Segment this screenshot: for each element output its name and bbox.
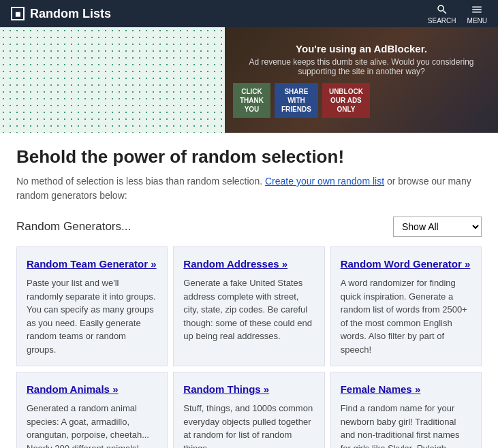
generator-card-5: Female Names »Find a random name for you… [330, 372, 482, 448]
card-title-5[interactable]: Female Names » [341, 382, 421, 396]
ad-btn-unblock[interactable]: UNBLOCKOUR ADSONLY [322, 83, 370, 118]
banner-pattern [0, 27, 225, 133]
logo-icon: ◼ [11, 7, 25, 20]
generator-card-3: Random Animals »Generated a random anima… [16, 372, 168, 448]
banner-area: You're using an AdBlocker. Ad revenue ke… [0, 27, 498, 133]
card-title-3[interactable]: Random Animals » [27, 382, 118, 396]
ad-btn-share[interactable]: SHAREWITHFRIENDS [275, 83, 318, 118]
page-subtitle: No method of selection is less bias than… [16, 174, 482, 203]
site-header: ◼ Random Lists SEARCH MENU [0, 0, 498, 27]
generator-card-4: Random Things »Stuff, things, and 1000s … [173, 372, 324, 448]
banner-ad: You're using an AdBlocker. Ad revenue ke… [225, 27, 498, 133]
card-title-4[interactable]: Random Things » [183, 382, 269, 396]
ad-text: Ad revenue keeps this dumb site alive. W… [233, 57, 490, 76]
card-desc-0: Paste your list and we'll randomly separ… [27, 276, 157, 356]
cards-grid: Random Team Generator »Paste your list a… [16, 246, 482, 448]
menu-button[interactable]: MENU [467, 3, 487, 25]
header-actions: SEARCH MENU [428, 3, 487, 25]
site-logo[interactable]: ◼ Random Lists [11, 7, 111, 21]
subtitle-text: No method of selection is less bias than… [16, 176, 262, 187]
ad-title: You're using an AdBlocker. [233, 43, 490, 54]
ad-btn-thankyou[interactable]: CLICKTHANKYOU [233, 83, 270, 118]
generators-header: Random Generators... Show All Names Word… [16, 217, 482, 237]
card-desc-5: Find a random name for your newborn baby… [341, 402, 471, 448]
card-title-0[interactable]: Random Team Generator » [27, 257, 157, 271]
page-title: Behold the power of random selection! [16, 146, 482, 167]
generator-card-1: Random Addresses »Generate a fake United… [173, 246, 324, 366]
search-label: SEARCH [428, 17, 456, 25]
menu-icon [471, 3, 483, 16]
card-desc-1: Generate a fake United States address co… [183, 276, 314, 343]
logo-text: Random Lists [30, 7, 111, 21]
menu-label: MENU [467, 17, 487, 25]
create-list-link[interactable]: Create your own random list [265, 176, 384, 187]
banner-ad-content: You're using an AdBlocker. Ad revenue ke… [233, 43, 490, 118]
card-title-2[interactable]: Random Word Generator » [341, 257, 471, 271]
generator-card-0: Random Team Generator »Paste your list a… [16, 246, 168, 366]
generators-title: Random Generators... [16, 220, 131, 234]
search-button[interactable]: SEARCH [428, 3, 456, 25]
card-desc-2: A word randomizer for finding quick insp… [341, 276, 471, 356]
filter-select[interactable]: Show All Names Words Places Animals Thin… [393, 217, 482, 237]
card-desc-3: Generated a random animal species: A goa… [27, 402, 157, 448]
ad-buttons: CLICKTHANKYOU SHAREWITHFRIENDS UNBLOCKOU… [233, 83, 490, 118]
generator-card-2: Random Word Generator »A word randomizer… [330, 246, 482, 366]
card-desc-4: Stuff, things, and 1000s common everyday… [183, 402, 314, 448]
main-content: Behold the power of random selection! No… [0, 133, 498, 448]
search-icon [436, 3, 448, 16]
card-title-1[interactable]: Random Addresses » [183, 257, 287, 271]
